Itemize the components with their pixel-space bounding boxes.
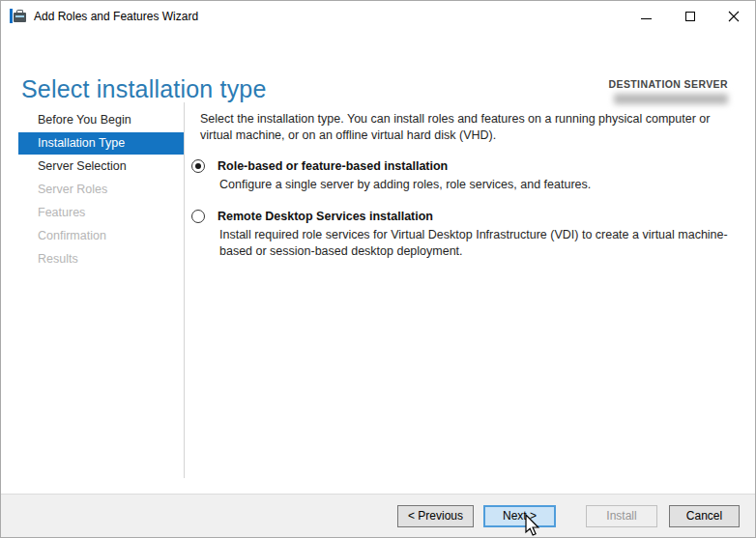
- installation-type-pane: Select the installation type. You can in…: [185, 102, 755, 494]
- wizard-window: Add Roles and Features Wizard Select ins…: [0, 0, 756, 538]
- nav-item-confirmation: Confirmation: [18, 225, 184, 247]
- close-button[interactable]: [712, 1, 755, 31]
- maximize-button[interactable]: [668, 1, 712, 31]
- remote-desktop-description: Install required role services for Virtu…: [219, 227, 736, 260]
- server-manager-icon: [10, 9, 26, 23]
- remote-desktop-radio-row[interactable]: Remote Desktop Services installation: [191, 210, 736, 223]
- nav-item-server-roles: Server Roles: [18, 179, 184, 201]
- remote-desktop-label: Remote Desktop Services installation: [218, 210, 433, 223]
- role-based-radio[interactable]: [191, 159, 205, 173]
- role-based-radio-row[interactable]: Role-based or feature-based installation: [191, 159, 736, 173]
- maximize-icon: [685, 12, 695, 21]
- nav-item-results: Results: [18, 248, 184, 270]
- minimize-button[interactable]: [625, 1, 668, 31]
- destination-server-block: DESTINATION SERVER: [609, 78, 729, 104]
- title-bar[interactable]: Add Roles and Features Wizard: [1, 1, 755, 31]
- minimize-icon: [641, 18, 652, 19]
- next-button[interactable]: Next >: [483, 505, 556, 527]
- nav-item-features: Features: [18, 202, 184, 224]
- nav-item-server-selection[interactable]: Server Selection: [18, 156, 184, 178]
- close-icon: [728, 11, 740, 22]
- intro-text: Select the installation type. You can in…: [200, 111, 736, 143]
- window-title: Add Roles and Features Wizard: [34, 10, 198, 23]
- destination-server-label: DESTINATION SERVER: [609, 78, 729, 90]
- previous-button[interactable]: < Previous: [397, 505, 474, 527]
- wizard-steps-nav: Before You Begin Installation Type Serve…: [1, 102, 185, 478]
- nav-item-installation-type[interactable]: Installation Type: [18, 132, 184, 155]
- role-based-description: Configure a single server by adding role…: [219, 177, 736, 193]
- nav-item-before-you-begin[interactable]: Before You Begin: [18, 109, 184, 131]
- role-based-label: Role-based or feature-based installation: [218, 159, 448, 173]
- option-role-based: Role-based or feature-based installation…: [200, 159, 736, 193]
- option-remote-desktop: Remote Desktop Services installation Ins…: [200, 210, 736, 260]
- destination-server-name-redacted: [614, 94, 728, 104]
- wizard-header: Select installation type DESTINATION SER…: [1, 31, 755, 102]
- cancel-button[interactable]: Cancel: [669, 505, 740, 527]
- page-title: Select installation type: [21, 75, 267, 103]
- wizard-footer: < Previous Next > Install Cancel: [1, 494, 755, 537]
- install-button[interactable]: Install: [586, 505, 657, 527]
- remote-desktop-radio[interactable]: [191, 210, 205, 223]
